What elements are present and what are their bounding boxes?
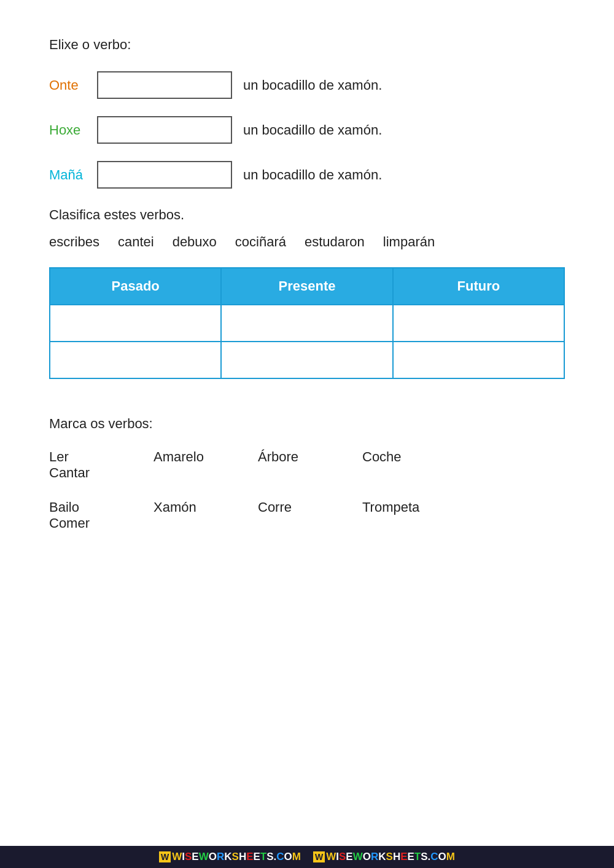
header-pasado: Pasado [50, 268, 221, 305]
sentence-hoxe: un bocadillo de xamón. [243, 122, 382, 138]
input-hoxe[interactable] [97, 116, 232, 144]
label-hoxe: Hoxe [49, 122, 86, 138]
verb-escribes: escribes [49, 234, 99, 250]
mark-row-1: Ler Amarelo Árbore Coche Cantar [49, 449, 565, 481]
table-row [50, 342, 564, 378]
word-ler: Ler [49, 449, 135, 465]
verb-cantei: cantei [118, 234, 154, 250]
mark-row-2: Bailo Xamón Corre Trompeta Comer [49, 499, 565, 531]
cell-presente-2[interactable] [221, 342, 392, 378]
word-arbore: Árbore [258, 449, 344, 465]
footer-logo-2: WWISEWORKSHEETS.COM [313, 851, 455, 863]
section-clasifica: Clasifica estes verbos. escribes cantei … [49, 207, 565, 379]
classify-table: Pasado Presente Futuro [49, 267, 565, 379]
word-cantar: Cantar [49, 465, 135, 481]
verb-debuxo: debuxo [173, 234, 217, 250]
page: Elixe o verbo: Onte un bocadillo de xamó… [0, 0, 614, 868]
cell-presente-1[interactable] [221, 305, 392, 342]
cell-pasado-2[interactable] [50, 342, 221, 378]
label-onte: Onte [49, 77, 86, 93]
word-trompeta: Trompeta [362, 499, 448, 515]
input-onte[interactable] [97, 71, 232, 99]
verb-estudaron: estudaron [305, 234, 365, 250]
section-elixe: Elixe o verbo: Onte un bocadillo de xamó… [49, 37, 565, 189]
table-header-row: Pasado Presente Futuro [50, 268, 564, 305]
table-row [50, 305, 564, 342]
section-marca: Marca os verbos: Ler Amarelo Árbore Coch… [49, 416, 565, 531]
instruction-marca: Marca os verbos: [49, 416, 565, 432]
cell-futuro-1[interactable] [393, 305, 564, 342]
sentence-onte: un bocadillo de xamón. [243, 77, 382, 93]
cell-futuro-2[interactable] [393, 342, 564, 378]
word-xamon: Xamón [154, 499, 239, 515]
verb-list: escribes cantei debuxo cociñará estudaro… [49, 234, 565, 250]
word-corre: Corre [258, 499, 344, 515]
verb-row-onte: Onte un bocadillo de xamón. [49, 71, 565, 99]
verb-cocinara: cociñará [235, 234, 286, 250]
verb-row-mana: Mañá un bocadillo de xamón. [49, 161, 565, 189]
verb-row-hoxe: Hoxe un bocadillo de xamón. [49, 116, 565, 144]
input-mana[interactable] [97, 161, 232, 189]
word-bailo: Bailo [49, 499, 135, 515]
verb-limparan: limparán [383, 234, 435, 250]
cell-pasado-1[interactable] [50, 305, 221, 342]
label-mana: Mañá [49, 167, 86, 183]
word-amarelo: Amarelo [154, 449, 239, 465]
instruction-elixe: Elixe o verbo: [49, 37, 565, 53]
footer: WWISEWORKSHEETS.COM WWISEWORKSHEETS.COM [0, 846, 614, 868]
instruction-clasifica: Clasifica estes verbos. [49, 207, 565, 223]
header-presente: Presente [221, 268, 392, 305]
footer-logo-1: WWISEWORKSHEETS.COM [159, 851, 301, 863]
word-comer: Comer [49, 515, 135, 531]
header-futuro: Futuro [393, 268, 564, 305]
word-coche: Coche [362, 449, 448, 465]
sentence-mana: un bocadillo de xamón. [243, 167, 382, 183]
